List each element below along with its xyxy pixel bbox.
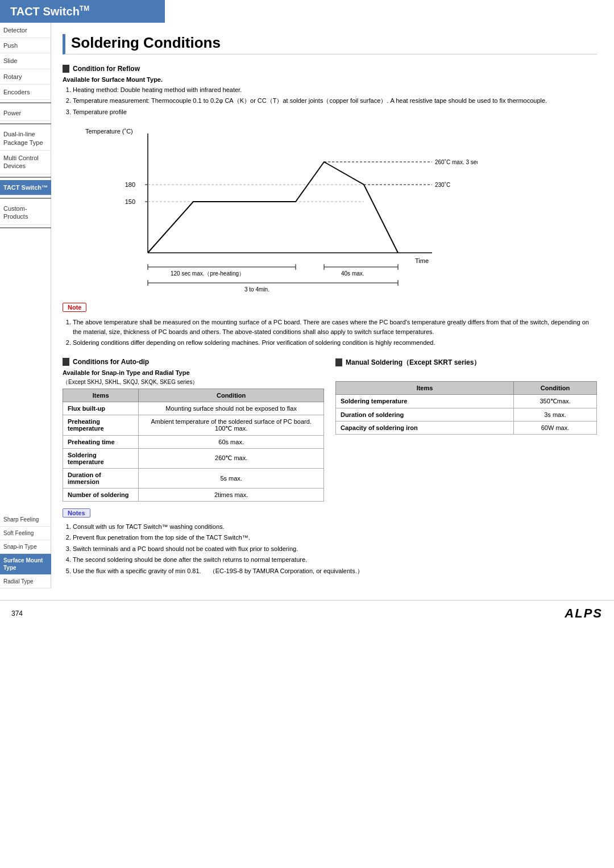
svg-text:40s max.: 40s max. <box>341 270 364 277</box>
row-cond-flux: Mounting surface should not be exposed t… <box>139 402 324 415</box>
notes-section: Notes Consult with us for TACT Switch™ w… <box>63 508 597 576</box>
svg-text:230˚C: 230˚C <box>435 182 450 188</box>
row-cond-solder-temp: 260℃ max. <box>139 448 324 468</box>
sub-sidebar-surface-mount[interactable]: Surface Mount Type <box>0 554 51 575</box>
table-row: Soldering temperature 260℃ max. <box>63 448 324 468</box>
manual-soldering-heading: Manual Soldering（Except SKRT series） <box>335 358 597 368</box>
footer: 374 ALPS <box>0 600 614 627</box>
row-item-preheat-temp: Preheating temperature <box>63 415 139 435</box>
header: TACT SwitchTM <box>0 0 165 23</box>
reflow-item-3: Temperature profile <box>73 107 597 117</box>
auto-dip-heading: Conditions for Auto-dip <box>63 358 324 366</box>
auto-dip-col-items: Items <box>63 389 139 402</box>
svg-text:180: 180 <box>125 181 135 188</box>
reflow-item-2: Temperature measurement: Thermocouple 0.… <box>73 96 597 106</box>
row-item-number: Number of soldering <box>63 488 139 501</box>
auto-dip-sub-heading: Available for Snap-in Type and Radial Ty… <box>63 369 324 376</box>
notes-label: Notes <box>63 508 90 518</box>
notes-item-1: Consult with us for TACT Switch™ washing… <box>73 522 597 532</box>
manual-row-solder-temp: Soldering temperature <box>336 394 514 408</box>
table-row: Number of soldering 2times max. <box>63 488 324 501</box>
notes-item-3: Switch terminals and a PC board should n… <box>73 544 597 554</box>
sub-sidebar-sharp-feeling[interactable]: Sharp Feeling <box>0 513 51 527</box>
sidebar-item-rotary[interactable]: Rotary <box>0 69 51 85</box>
main-content: Soldering Conditions Condition for Reflo… <box>51 23 614 589</box>
note-label: Note <box>63 303 86 312</box>
table-row: Soldering temperature 350℃max. <box>336 394 597 408</box>
svg-text:3 to 4min.: 3 to 4min. <box>244 286 269 293</box>
sub-sidebar-radial[interactable]: Radial Type <box>0 575 51 589</box>
notes-item-4: The second soldering should be done afte… <box>73 555 597 565</box>
manual-soldering-section: Manual Soldering（Except SKRT series） Ite… <box>335 358 597 502</box>
page-title: Soldering Conditions <box>63 34 597 55</box>
auto-dip-icon <box>63 358 69 366</box>
auto-dip-table: Items Condition Flux built-up Mounting s… <box>63 389 324 502</box>
sidebar-item-detector[interactable]: Detector <box>0 23 51 38</box>
manual-cond-duration: 3s max. <box>514 408 597 421</box>
sidebar-item-push[interactable]: Push <box>0 38 51 53</box>
reflow-section-heading: Condition for Reflow <box>63 65 597 73</box>
manual-col-items: Items <box>336 381 514 394</box>
sidebar-item-dual-inline[interactable]: Dual-in-line Package Type <box>0 127 51 151</box>
two-col-section: Conditions for Auto-dip Available for Sn… <box>63 358 597 502</box>
footer-page-number: 374 <box>11 610 23 617</box>
manual-row-duration: Duration of soldering <box>336 408 514 421</box>
sidebar-item-tact-switch[interactable]: TACT Switch™ <box>0 180 51 195</box>
row-item-flux: Flux built-up <box>63 402 139 415</box>
manual-cond-capacity: 60W max. <box>514 421 597 434</box>
svg-text:Temperature (˚C): Temperature (˚C) <box>85 128 133 135</box>
manual-row-capacity: Capacity of soldering iron <box>336 421 514 434</box>
notes-item-2: Prevent flux penetration from the top si… <box>73 533 597 542</box>
manual-col-condition: Condition <box>514 381 597 394</box>
reflow-sub-heading: Available for Surface Mount Type. <box>63 76 597 83</box>
sub-sidebar: Sharp Feeling Soft Feeling Snap-in Type … <box>0 513 51 589</box>
svg-text:150: 150 <box>125 198 135 205</box>
sidebar: Detector Push Slide Rotary Encoders Powe… <box>0 23 51 231</box>
note-list: The above temperature shall be measured … <box>63 318 597 348</box>
notes-item-5: Use the flux with a specific gravity of … <box>73 566 597 576</box>
sub-sidebar-snap-in[interactable]: Snap-in Type <box>0 540 51 554</box>
auto-dip-section: Conditions for Auto-dip Available for Sn… <box>63 358 324 502</box>
table-row: Preheating temperature Ambient temperatu… <box>63 415 324 435</box>
sidebar-item-multi-control[interactable]: Multi Control Devices <box>0 151 51 174</box>
table-row: Capacity of soldering iron 60W max. <box>336 421 597 434</box>
row-item-duration: Duration of immersion <box>63 468 139 488</box>
header-title: TACT SwitchTM <box>10 5 89 18</box>
auto-dip-except: （Except SKHJ, SKHL, SKQJ, SKQK, SKEG ser… <box>63 378 324 386</box>
svg-text:260˚C max. 3 sec max.: 260˚C max. 3 sec max. <box>435 159 478 165</box>
manual-soldering-icon <box>335 358 342 366</box>
note-item-1: The above temperature shall be measured … <box>73 318 597 336</box>
alps-logo: ALPS <box>565 606 603 621</box>
row-cond-duration: 5s max. <box>139 468 324 488</box>
table-row: Preheating time 60s max. <box>63 435 324 448</box>
svg-text:120 sec max.（pre-heating）: 120 sec max.（pre-heating） <box>171 270 244 277</box>
sidebar-item-custom-products[interactable]: Custom-Products <box>0 201 51 225</box>
section-icon <box>63 65 69 73</box>
table-row: Duration of immersion 5s max. <box>63 468 324 488</box>
sidebar-item-power[interactable]: Power <box>0 106 51 121</box>
reflow-list: Heating method: Double heating method wi… <box>63 85 597 117</box>
row-item-solder-temp: Soldering temperature <box>63 448 139 468</box>
table-row: Duration of soldering 3s max. <box>336 408 597 421</box>
chart-svg: Temperature (˚C) 180 150 26 <box>80 122 478 293</box>
reflow-item-1: Heating method: Double heating method wi… <box>73 85 597 95</box>
svg-text:Time: Time <box>415 257 429 264</box>
sidebar-item-slide[interactable]: Slide <box>0 53 51 69</box>
notes-list: Consult with us for TACT Switch™ washing… <box>63 522 597 576</box>
row-cond-number: 2times max. <box>139 488 324 501</box>
note-item-2: Soldering conditions differ depending on… <box>73 338 597 348</box>
temperature-chart: Temperature (˚C) 180 150 26 <box>80 122 597 294</box>
sub-sidebar-soft-feeling[interactable]: Soft Feeling <box>0 527 51 540</box>
row-item-preheat-time: Preheating time <box>63 435 139 448</box>
sidebar-item-encoders[interactable]: Encoders <box>0 85 51 100</box>
manual-soldering-table: Items Condition Soldering temperature 35… <box>335 381 597 435</box>
row-cond-preheat-temp: Ambient temperature of the soldered surf… <box>139 415 324 435</box>
manual-cond-solder-temp: 350℃max. <box>514 394 597 408</box>
table-row: Flux built-up Mounting surface should no… <box>63 402 324 415</box>
auto-dip-col-condition: Condition <box>139 389 324 402</box>
row-cond-preheat-time: 60s max. <box>139 435 324 448</box>
